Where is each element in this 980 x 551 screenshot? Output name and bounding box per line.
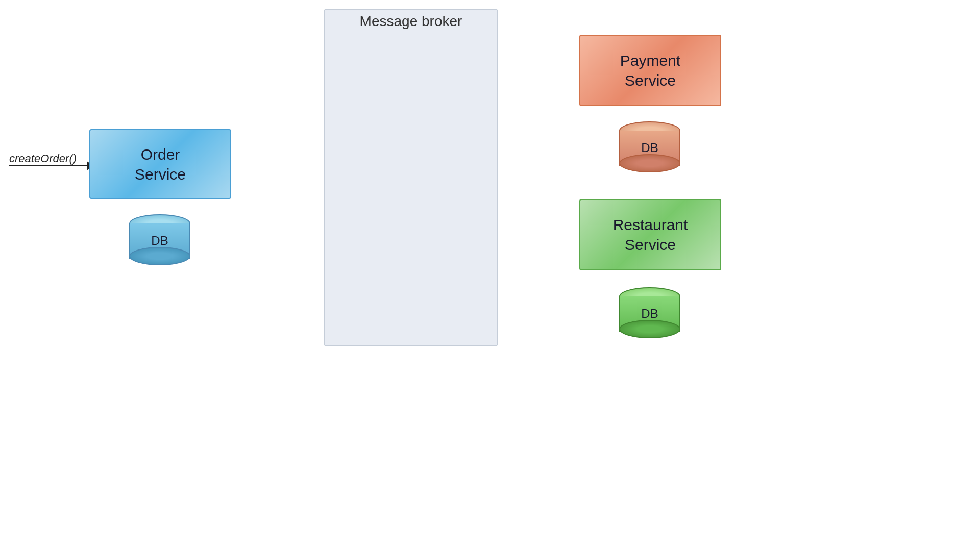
restaurant-db: DB	[619, 287, 680, 338]
order-db: DB	[129, 214, 190, 265]
payment-db-label: DB	[619, 141, 680, 155]
order-service-label: OrderService	[135, 144, 186, 184]
restaurant-service-label: RestaurantService	[613, 215, 688, 255]
order-db-bottom	[129, 247, 190, 265]
restaurant-db-label: DB	[619, 307, 680, 321]
diagram-canvas: createOrder() OrderService DB Message br…	[0, 0, 980, 551]
order-service-box: OrderService	[89, 129, 231, 199]
arrow-line	[9, 165, 91, 166]
message-broker-label: Message broker	[324, 13, 498, 30]
create-order-label: createOrder()	[9, 152, 77, 165]
payment-db: DB	[619, 121, 680, 172]
payment-service-box: PaymentService	[579, 35, 721, 106]
payment-db-bottom	[619, 154, 680, 172]
restaurant-service-box: RestaurantService	[579, 199, 721, 270]
restaurant-db-bottom	[619, 320, 680, 338]
message-broker-container	[324, 9, 498, 346]
payment-service-label: PaymentService	[620, 51, 680, 90]
order-db-label: DB	[129, 234, 190, 248]
